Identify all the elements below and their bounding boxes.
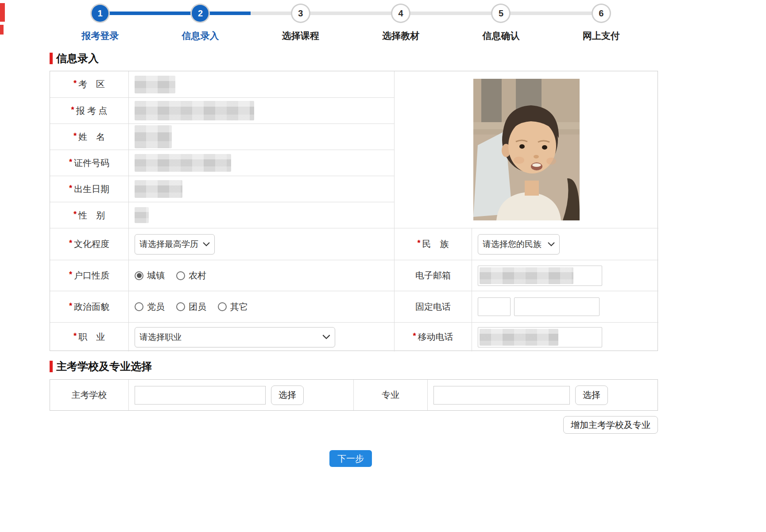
red-bar [50,53,53,64]
step-circle: 5 [492,5,509,22]
required-asterisk: * [69,239,72,248]
label-id-number: * 证件号码 [50,150,129,176]
red-edge-mark [0,25,4,35]
label-mobile: * 移动电话 [395,322,472,351]
step-confirm-info: 5 信息确认 [451,4,551,42]
step-circle: 4 [392,5,409,22]
red-edge-mark [0,3,5,22]
radio-icon [135,302,143,311]
step-select-courses: 3 选择课程 [251,4,351,42]
field-occupation: 请选择职业 [129,322,395,351]
label-gender: * 性 别 [50,202,129,228]
label-ethnicity: * 民 族 [395,228,472,260]
value-registration-point [129,97,395,123]
main-school-select-button[interactable]: 选择 [271,386,304,405]
step-label: 网上支付 [583,30,620,42]
add-school-major-button[interactable]: 增加主考学校及专业 [563,416,658,434]
redacted-value [135,101,254,120]
step-label: 选择教材 [382,30,419,42]
step-label: 信息确认 [482,30,519,42]
step-label: 信息录入 [182,30,219,42]
radio-checked-icon [135,271,143,280]
radio-icon [176,302,185,311]
required-asterisk: * [69,270,72,279]
label-exam-district: * 考 区 [50,71,129,97]
label-landline: 固定电话 [395,291,472,322]
radio-rural[interactable]: 农村 [176,270,206,281]
household-radio-group: 城镇 农村 [135,270,206,281]
radio-icon [176,271,185,280]
required-asterisk: * [74,131,77,141]
step-label: 选择课程 [282,30,319,42]
step-circle: 1 [92,5,108,22]
field-education: 请选择最高学历 [129,228,395,260]
required-asterisk: * [413,332,416,341]
radio-other[interactable]: 其它 [218,301,248,313]
major-select-button[interactable]: 选择 [575,386,608,405]
radio-icon [218,302,227,311]
label-birth-date: * 出生日期 [50,176,129,202]
label-main-school: 主考学校 [50,380,129,410]
occupation-select[interactable]: 请选择职业 [135,327,335,347]
step-circle: 2 [192,5,209,22]
radio-league-member[interactable]: 团员 [176,301,206,313]
redacted-value [135,125,172,148]
required-asterisk: * [74,210,77,219]
redacted-value [480,329,558,346]
education-select[interactable]: 请选择最高学历 [135,234,215,254]
label-occupation: * 职 业 [50,322,129,351]
chevron-down-icon [203,242,210,247]
applicant-photo-image [473,79,580,220]
step-select-materials: 4 选择教材 [351,4,451,42]
label-major: 专业 [354,380,428,410]
label-household: * 户口性质 [50,260,129,291]
email-input[interactable] [478,266,602,286]
radio-urban[interactable]: 城镇 [135,270,165,281]
ethnicity-select[interactable]: 请选择您的民族 [478,234,560,254]
political-radio-group: 党员 团员 其它 [135,301,248,313]
value-exam-district [129,71,395,97]
value-birth-date [129,176,395,202]
step-online-payment: 6 网上支付 [551,4,651,42]
chevron-down-icon [548,242,555,247]
red-bar [50,361,53,372]
required-asterisk: * [74,79,77,88]
label-email: 电子邮箱 [395,260,472,291]
field-landline [472,291,658,322]
field-ethnicity: 请选择您的民族 [472,228,658,260]
mobile-input[interactable] [478,327,602,347]
required-asterisk: * [74,332,77,341]
main-school-input[interactable] [135,386,266,405]
field-political: 党员 团员 其它 [129,291,395,322]
field-email [472,260,658,291]
label-registration-point: * 报 考 点 [50,97,129,123]
redacted-value [480,267,573,284]
school-section-title: 主考学校及专业选择 [50,359,152,374]
landline-area-code-input[interactable] [478,297,511,316]
required-asterisk: * [417,239,420,248]
radio-party-member[interactable]: 党员 [135,301,165,313]
info-section-title: 信息录入 [50,51,99,66]
label-education: * 文化程度 [50,228,129,260]
step-circle: 3 [292,5,309,22]
required-asterisk: * [69,184,72,193]
redacted-value [135,180,182,198]
redacted-value [135,154,231,172]
step-login: 1 报考登录 [50,4,150,42]
next-step-button[interactable]: 下一步 [329,450,372,467]
required-asterisk: * [71,105,74,115]
progress-stepper: 1 报考登录 2 信息录入 3 选择课程 4 选择教材 5 信息确认 6 网上支… [50,4,651,42]
value-name [129,123,395,150]
step-info-entry: 2 信息录入 [150,4,250,42]
label-name: * 姓 名 [50,123,129,150]
required-asterisk: * [69,301,72,311]
field-mobile [472,322,658,351]
info-form-table: * 考 区 [50,71,658,351]
school-major-table: 主考学校 选择 专业 选择 [50,379,658,411]
value-id-number [129,150,395,176]
required-asterisk: * [69,158,72,167]
step-label: 报考登录 [81,30,119,42]
value-gender [129,202,395,228]
major-input[interactable] [433,386,570,405]
landline-number-input[interactable] [514,297,600,316]
